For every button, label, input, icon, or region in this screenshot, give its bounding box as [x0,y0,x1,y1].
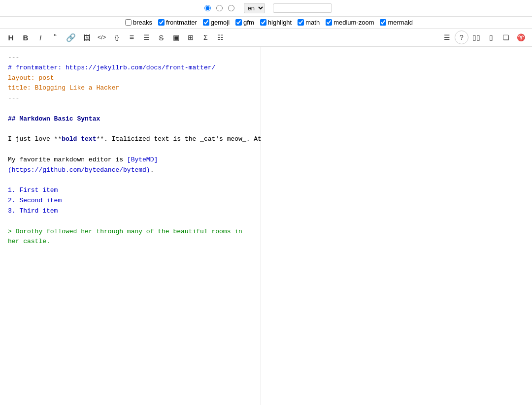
toolbar-olist-btn[interactable]: ☰ [139,31,153,44]
plugin-medium-zoom-check[interactable] [326,19,332,26]
plugin-breaks[interactable]: breaks [125,19,152,26]
mode-auto-radio[interactable] [204,5,211,11]
toolbar-help-btn[interactable]: ? [455,31,468,44]
plugin-highlight[interactable]: highlight [260,19,292,26]
toolbar-quote-btn[interactable]: “ [48,31,62,44]
toolbar-fullscreen-btn[interactable]: ❏ [499,31,513,44]
toolbar-image-btn[interactable]: 🖼 [80,31,94,44]
mode-tab-label[interactable] [228,5,236,11]
toolbar-previewonly-btn[interactable]: ▯ [484,31,498,44]
toolbar-menu-btn[interactable]: ☰ [440,31,454,44]
locale-select[interactable]: en zh de fr ja [244,3,265,13]
plugin-highlight-check[interactable] [260,19,266,26]
plugin-mermaid[interactable]: mermaid [380,19,413,26]
maxlength-input[interactable] [273,3,332,13]
mode-tab-radio[interactable] [228,5,234,11]
editor-content[interactable]: --- # frontmatter: https://jekyllrb.com/… [8,53,253,257]
toolbar-ulist-btn[interactable]: ≡ [125,31,138,44]
plugin-math[interactable]: math [298,19,320,26]
plugin-gfm-check[interactable] [235,19,242,26]
toolbar-table-btn[interactable]: ⊞ [184,31,198,44]
plugin-gfm[interactable]: gfm [235,19,254,26]
toolbar-splitview-btn[interactable]: ▯▯ [469,31,483,44]
top-bar: en zh de fr ja [0,0,532,17]
toolbar-code-btn[interactable]: </> [95,31,109,44]
toolbar-link-btn[interactable]: 🔗 [63,31,79,44]
plugin-medium-zoom[interactable]: medium-zoom [326,19,374,26]
toolbar-codeblock-btn[interactable]: {} [110,31,124,44]
plugin-mermaid-check[interactable] [380,19,386,26]
mode-split-radio[interactable] [216,5,223,11]
toolbar-right: ☰ ? ▯▯ ▯ ❏ ♈ [440,31,528,44]
plugin-frontmatter-check[interactable] [158,19,165,26]
plugin-breaks-check[interactable] [125,19,132,26]
toolbar: H B I “ 🔗 🖼 </> {} ≡ ☰ S ▣ ⊞ Σ ☷ ☰ ? ▯▯ … [0,29,532,47]
editor-pane[interactable]: --- # frontmatter: https://jekyllrb.com/… [0,47,261,405]
toolbar-more-btn[interactable]: ☷ [213,31,227,44]
toolbar-italic-btn[interactable]: I [33,31,47,44]
mode-auto-label[interactable] [204,5,212,11]
mode-split-label[interactable] [216,5,224,11]
toolbar-bold-btn[interactable]: B [19,31,33,44]
plugin-gemoji[interactable]: gemoji [203,19,230,26]
toolbar-math-btn[interactable]: Σ [199,31,212,44]
plugin-gemoji-check[interactable] [203,19,209,26]
toolbar-tasklist-btn[interactable]: ▣ [169,31,183,44]
plugin-math-check[interactable] [298,19,304,26]
toolbar-heading-btn[interactable]: H [4,31,18,44]
main-area: --- # frontmatter: https://jekyllrb.com/… [0,47,532,405]
plugins-bar: breaks frontmatter gemoji gfm highlight … [0,17,532,29]
toolbar-strike-btn[interactable]: S [154,31,168,44]
plugin-frontmatter[interactable]: frontmatter [158,19,197,26]
toolbar-github-btn[interactable]: ♈ [514,31,528,44]
